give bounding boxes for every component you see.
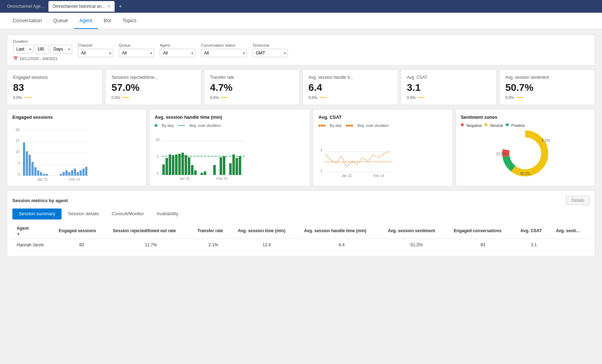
kpi-engaged-sessions-delta: 0.0% (13, 95, 97, 100)
filter-channel: Channel All (78, 43, 113, 57)
sort-icon-agent[interactable]: ▲ (17, 231, 20, 235)
positive-label: Positive (511, 123, 525, 128)
engaged-sessions-svg: 0 5 10 15 20 (12, 123, 90, 180)
browser-tab-1[interactable]: Omnichannel Age... (3, 1, 48, 12)
svg-rect-48 (181, 153, 184, 175)
svg-text:Jan 31: Jan 31 (37, 177, 48, 181)
chart-csat: Avg. CSAT By day Avg. over duration 2 4 (313, 109, 452, 186)
conv-status-label: Conversation status (201, 43, 247, 47)
duration-type-select[interactable]: Last (13, 45, 33, 53)
sm-tab-consult-monitor[interactable]: Consult/Monitor (105, 209, 150, 219)
svg-rect-46 (175, 154, 178, 175)
page-content: Duration Last Days 📅 (0, 29, 602, 364)
svg-rect-28 (74, 169, 76, 176)
kpi-row: Engaged sessions 83 0.0% Sessions reject… (7, 70, 595, 105)
channel-select[interactable]: All (78, 49, 113, 57)
cell-avg-senti-2 (551, 239, 590, 251)
svg-rect-31 (82, 169, 85, 176)
tab-topics[interactable]: Topics (117, 13, 142, 29)
agent-select[interactable]: All (160, 49, 195, 57)
details-button[interactable]: Details (566, 196, 590, 205)
col-avg-sentiment: Avg. session sentiment (383, 223, 449, 239)
svg-rect-15 (37, 170, 39, 176)
duration-value-input[interactable] (35, 45, 49, 53)
cell-rejected-rate: 11.7% (109, 239, 193, 251)
svg-rect-47 (178, 154, 181, 175)
csat-svg: 2 4 Jan 31 Feb 14 (318, 130, 396, 179)
tab-agent[interactable]: Agent (74, 13, 98, 29)
duration-inputs: Last Days (13, 45, 72, 53)
svg-rect-44 (169, 154, 171, 175)
delta-line-2 (221, 97, 228, 98)
sm-tab-session-details[interactable]: Session details (62, 209, 105, 219)
svg-rect-54 (201, 173, 203, 175)
svg-text:0: 0 (18, 172, 20, 176)
queue-select[interactable]: All (119, 49, 154, 57)
svg-rect-61 (223, 156, 225, 175)
kpi-avg-csat: Avg. CSAT 3.1 0.0% (401, 70, 496, 105)
svg-rect-65 (236, 158, 238, 175)
svg-rect-25 (65, 170, 68, 176)
svg-text:83.3%: 83.3% (520, 172, 530, 176)
conv-status-select[interactable]: All (201, 49, 247, 57)
new-tab-button[interactable]: + (115, 1, 126, 12)
tab-conversation[interactable]: Conversation (7, 13, 48, 29)
sm-title: Session metrics by agent (12, 198, 68, 203)
delta-line-0 (24, 97, 31, 98)
browser-tab-2-label: Omnichannel historical an... (53, 4, 105, 9)
add-tab-icon: + (119, 3, 122, 10)
date-range: 📅 10/11/2020 - 4/8/2021 (13, 56, 72, 61)
sentiment-legend: Negative Neutral Positive (461, 123, 590, 128)
kpi-avg-csat-value: 3.1 (407, 82, 490, 93)
svg-rect-30 (80, 170, 82, 176)
kpi-sessions-rejected-value: 57.0% (111, 82, 195, 93)
col-avg-session-time: Avg. session time (min) (233, 223, 300, 239)
handle-time-legend: By day Avg. over duration (155, 123, 305, 128)
donut-svg: 5.1% 11.5% 83.3% (493, 130, 557, 176)
filter-queue: Queue All (119, 43, 154, 57)
kpi-sessions-rejected: Sessions rejected/time... 57.0% 0.0% (105, 70, 201, 105)
browser-tab-2[interactable]: Omnichannel historical an... ✕ (48, 1, 115, 12)
tab-queue[interactable]: Queue (48, 13, 74, 29)
positive-dot (506, 123, 509, 126)
timezone-select[interactable]: GMT (253, 49, 288, 57)
delta-line-5 (516, 97, 523, 98)
svg-rect-14 (34, 167, 36, 176)
svg-rect-49 (185, 155, 187, 175)
cell-avg-handle-time: 6.4 (300, 239, 384, 251)
svg-rect-63 (229, 163, 232, 175)
channel-label: Channel (78, 43, 113, 47)
kpi-avg-handle-time-value: 6.4 (308, 82, 392, 93)
kpi-engaged-sessions: Engaged sessions 83 0.0% (7, 70, 103, 105)
agent-label: Agent (160, 43, 195, 47)
delta-line-4 (418, 97, 425, 98)
sm-tabs: Session summary Session details Consult/… (12, 209, 590, 219)
chart-sentiment-title: Sentiment zones (461, 115, 590, 120)
svg-rect-26 (68, 172, 70, 176)
cell-transfer-rate: 2.1% (193, 239, 233, 251)
svg-text:5.1%: 5.1% (542, 139, 550, 142)
duration-unit-select[interactable]: Days (50, 45, 72, 53)
queue-label: Queue (119, 43, 154, 47)
svg-text:Feb 14: Feb 14 (69, 177, 80, 181)
sm-tab-availability[interactable]: Availability (150, 209, 185, 219)
kpi-avg-sentiment: Avg. session sentiment 50.7% 0.0% (499, 70, 595, 105)
svg-rect-24 (63, 172, 65, 176)
col-rejected-rate: Session rejected/timed out rate (109, 223, 193, 239)
chart-sentiment: Sentiment zones Negative Neutral Positiv… (456, 109, 595, 186)
avg-dash (178, 125, 185, 126)
svg-rect-11 (26, 151, 28, 176)
svg-text:20: 20 (16, 128, 20, 132)
handle-time-svg: 0 5 10 (155, 130, 247, 179)
svg-rect-50 (188, 157, 190, 175)
tab-bot[interactable]: Bot (98, 13, 117, 29)
svg-rect-12 (29, 155, 31, 176)
csat-avg-label: Avg. over duration (357, 123, 389, 128)
svg-text:Feb 14: Feb 14 (373, 174, 384, 178)
close-tab-icon[interactable]: ✕ (107, 4, 110, 9)
csat-avg-dash (346, 125, 353, 127)
sm-tab-session-summary[interactable]: Session summary (12, 209, 62, 219)
delta-line-1 (122, 97, 129, 98)
filters-row: Duration Last Days 📅 (7, 35, 595, 65)
csat-by-day-dash (318, 125, 325, 127)
